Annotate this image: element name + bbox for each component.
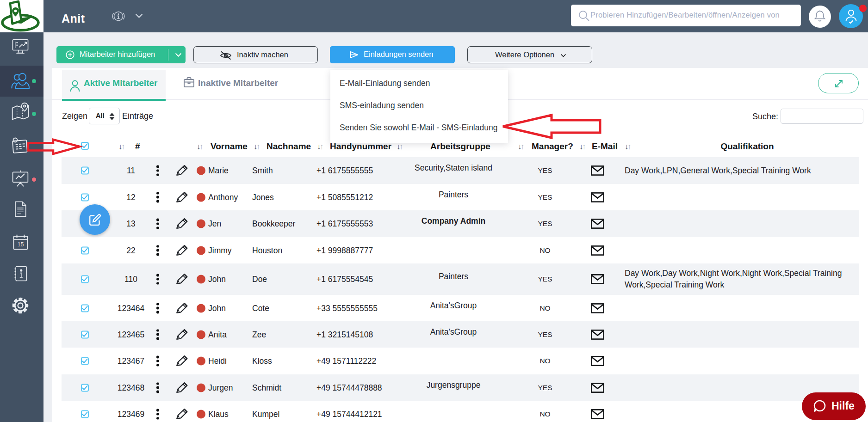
svg-text:15: 15: [17, 241, 24, 248]
